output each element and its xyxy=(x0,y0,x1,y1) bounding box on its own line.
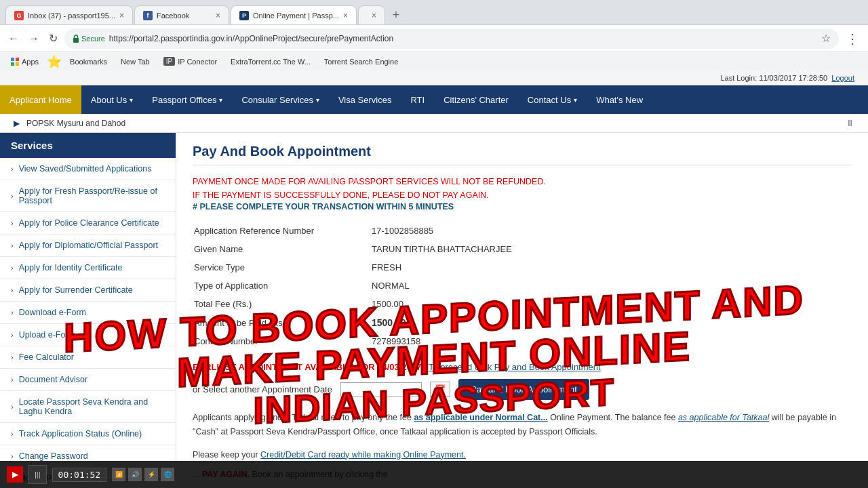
logout-link[interactable]: Logout xyxy=(831,74,854,82)
bottom-icon-2: 🔊 xyxy=(128,468,142,481)
notice-line1: PAYMENT ONCE MADE FOR AVAILING PASSPORT … xyxy=(193,175,852,188)
secure-label: Secure xyxy=(81,35,105,43)
label-amount-to-pay: Amount to be Paid (Rs.) xyxy=(194,314,370,331)
svg-rect-1 xyxy=(11,58,14,61)
sidebar-item-track-status[interactable]: › Track Application Status (Online) xyxy=(0,423,176,445)
sidebar-item-police-clearance[interactable]: › Apply for Police Clearance Certificate xyxy=(0,212,176,235)
value-given-name: TARUN TIRTHA BHATTACHARJEE xyxy=(372,241,850,258)
tab-passport-close[interactable]: × xyxy=(343,11,348,20)
value-amount-to-pay: 1500.00 xyxy=(372,314,850,331)
table-row-total-fee: Total Fee (Rs.) 1500.00 xyxy=(194,296,850,312)
sidebar-label-track-status: Track Application Status (Online) xyxy=(19,429,142,439)
reload-button[interactable]: ↻ xyxy=(46,29,60,47)
sidebar-item-download-form[interactable]: › Download e-Form xyxy=(0,302,176,324)
tab-empty-close[interactable]: × xyxy=(372,11,376,20)
bookmark-bookmarks[interactable]: Bookmarks xyxy=(64,56,113,67)
sidebar-arrow-locate: › xyxy=(11,403,14,411)
sidebar-label-fresh-passport: Apply for Fresh Passport/Re-issue of Pas… xyxy=(19,186,165,205)
nav-whats-new[interactable]: What's New xyxy=(587,85,652,114)
appt-separator: . xyxy=(424,362,429,372)
tab-passport-title: Online Payment | Passp... xyxy=(253,12,339,20)
bottom-icon-3: ⚡ xyxy=(144,468,158,481)
sidebar-arrow-download: › xyxy=(11,308,14,317)
sidebar-item-locate-psk[interactable]: › Locate Passport Seva Kendra and Laghu … xyxy=(0,391,176,423)
sidebar-arrow-upload: › xyxy=(11,331,14,339)
bookmark-ip-connector[interactable]: IP IP Conector xyxy=(158,56,222,67)
sidebar-item-surrender-cert[interactable]: › Apply for Surrender Certificate xyxy=(0,279,176,302)
sidebar-item-fresh-passport[interactable]: › Apply for Fresh Passport/Re-issue of P… xyxy=(0,180,176,212)
bookmark-ip-label: IP Conector xyxy=(178,58,217,66)
tab-empty[interactable]: × xyxy=(358,5,385,24)
notice-box: PAYMENT ONCE MADE FOR AVAILING PASSPORT … xyxy=(193,175,852,211)
sidebar: Services › View Saved/Submitted Applicat… xyxy=(0,133,176,488)
browser-menu-button[interactable]: ⋮ xyxy=(843,28,863,49)
nav-about-us[interactable]: About Us ▾ xyxy=(81,85,142,114)
sidebar-item-identity-cert[interactable]: › Apply for Identity Certificate xyxy=(0,257,176,279)
table-row-contact: Contact Number 7278993158 xyxy=(194,333,850,350)
bookmark-star[interactable]: ☆ xyxy=(821,32,831,45)
nav-visa-services[interactable]: Visa Services xyxy=(329,85,401,114)
tab-gmail-close[interactable]: × xyxy=(119,11,124,20)
sidebar-arrow-surrender: › xyxy=(11,286,14,294)
appointment-row: or Select another Appointment Date 📅 Pay… xyxy=(193,379,852,400)
marquee-controls[interactable]: ⏸ xyxy=(846,118,854,128)
credit-debit-link[interactable]: Credit/Debit Card ready while making Onl… xyxy=(260,450,466,460)
sidebar-arrow-diplomatic: › xyxy=(11,241,14,249)
sidebar-arrow-doc: › xyxy=(11,375,14,384)
value-type-application: NORMAL xyxy=(372,277,850,294)
pay-book-button[interactable]: Pay and Book Appointment xyxy=(458,379,589,400)
bookmark-torrent[interactable]: Torrent Search Engine xyxy=(319,56,403,67)
bookmark-new-tab[interactable]: New Tab xyxy=(115,56,155,67)
value-total-fee: 1500.00 xyxy=(372,296,850,312)
bottom-note: Please keep your Credit/Debit Card ready… xyxy=(193,448,852,462)
nav-rti[interactable]: RTI xyxy=(401,85,434,114)
sidebar-item-doc-advisor[interactable]: › Document Advisor xyxy=(0,369,176,391)
nav-contact-us[interactable]: Contact Us ▾ xyxy=(518,85,587,114)
calendar-button[interactable]: 📅 xyxy=(430,382,450,397)
sidebar-label-saved-apps: View Saved/Submitted Applications xyxy=(19,164,152,174)
sidebar-label-fee-calc: Fee Calculator xyxy=(19,352,74,362)
nav-consular-services[interactable]: Consular Services ▾ xyxy=(232,85,329,114)
nav-passport-offices[interactable]: Passport Offices ▾ xyxy=(142,85,232,114)
svg-rect-2 xyxy=(16,58,19,61)
tab-passport[interactable]: P Online Payment | Passp... × xyxy=(231,5,357,24)
sidebar-item-saved-apps[interactable]: › View Saved/Submitted Applications xyxy=(0,158,176,180)
tatkaal-fee-link[interactable]: as applicable for Tatkaal xyxy=(678,413,769,422)
bookmark-extratorrents[interactable]: ExtraTorrent.cc The W... xyxy=(225,56,316,67)
sidebar-arrow-identity: › xyxy=(11,264,14,272)
proceed-link[interactable]: To proceed click Pay and Book Appointmen… xyxy=(429,362,601,372)
select-date-label: or Select another Appointment Date xyxy=(193,384,332,394)
nav-applicant-home[interactable]: Applicant Home xyxy=(0,85,81,114)
appointment-date-input[interactable] xyxy=(340,382,422,397)
sidebar-item-fee-calc[interactable]: › Fee Calculator xyxy=(0,346,176,369)
sidebar-label-locate-psk: Locate Passport Seva Kendra and Laghu Ke… xyxy=(19,397,165,416)
marquee-play-icon[interactable]: ▶ xyxy=(14,119,20,128)
bookmark-apps[interactable]: Apps xyxy=(5,56,44,67)
new-tab-button[interactable]: + xyxy=(387,5,406,24)
table-row-amount-to-pay: Amount to be Paid (Rs.) 1500.00 xyxy=(194,314,850,331)
table-row-app-ref: Application Reference Number 17-10028588… xyxy=(194,222,850,239)
sidebar-item-upload-form[interactable]: › Upload e-Form xyxy=(0,324,176,346)
payment-note-label: Please keep your xyxy=(193,450,260,460)
tab-gmail[interactable]: G Inbox (37) - passport195... × xyxy=(5,5,133,24)
label-contact: Contact Number xyxy=(194,333,370,350)
label-total-fee: Total Fee (Rs.) xyxy=(194,296,370,312)
bookmark-apps-label: Apps xyxy=(22,58,39,66)
tab-facebook-close[interactable]: × xyxy=(216,11,220,20)
svg-rect-0 xyxy=(73,38,79,43)
sidebar-label-upload-form: Upload e-Form xyxy=(19,330,75,340)
sidebar-arrow-track: › xyxy=(11,430,14,438)
tatkaal-notice: Applicants applying under Tatkaal need t… xyxy=(193,411,852,440)
normal-cat-link[interactable]: as applicable under Normal Cat... xyxy=(414,413,547,422)
appointment-line: EARLIEST APPOINTMENT AVAILABLE FOR 24/03… xyxy=(193,362,852,372)
forward-button[interactable]: → xyxy=(26,30,42,47)
back-button[interactable]: ← xyxy=(5,30,22,47)
address-bar-text[interactable]: https://portal2.passportindia.gov.in/App… xyxy=(109,34,817,43)
sidebar-label-identity-cert: Apply for Identity Certificate xyxy=(19,263,123,272)
tab-facebook[interactable]: f Facebook × xyxy=(134,5,229,24)
sidebar-item-diplomatic-passport[interactable]: › Apply for Diplomatic/Official Passport xyxy=(0,235,176,257)
bottom-icon-1: 📶 xyxy=(112,468,125,481)
nav-citizens-charter[interactable]: Citizens' Charter xyxy=(434,85,518,114)
bottom-widget-1: ||| xyxy=(28,465,47,484)
sidebar-arrow-police: › xyxy=(11,219,14,227)
